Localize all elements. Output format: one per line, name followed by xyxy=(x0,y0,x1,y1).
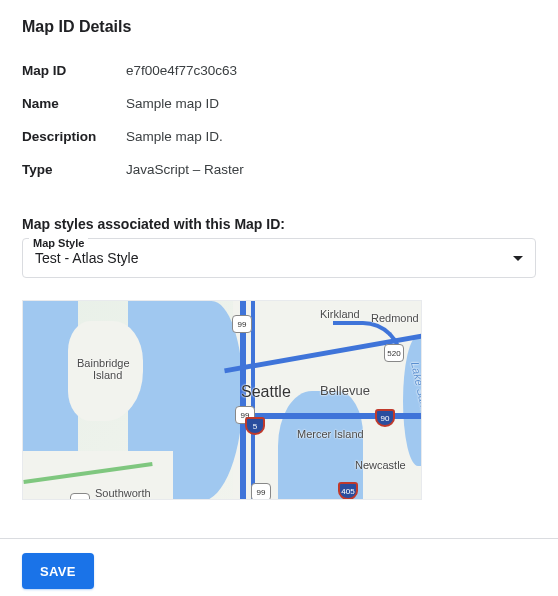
description-label: Description xyxy=(22,120,126,153)
name-value: Sample map ID xyxy=(126,87,536,120)
type-label: Type xyxy=(22,153,126,186)
route-shield-i5: 5 xyxy=(245,417,265,435)
map-label-bellevue: Bellevue xyxy=(320,383,370,398)
route-shield-99: 99 xyxy=(232,315,252,333)
description-value: Sample map ID. xyxy=(126,120,536,153)
route-shield-520: 520 xyxy=(384,344,404,362)
footer-bar: SAVE xyxy=(0,538,558,596)
map-label-newcastle: Newcastle xyxy=(355,459,406,471)
details-table: Map ID e7f00e4f77c30c63 Name Sample map … xyxy=(22,54,536,186)
chevron-down-icon xyxy=(513,256,523,261)
map-id-label: Map ID xyxy=(22,54,126,87)
route-shield-160: 160 xyxy=(70,493,90,500)
map-label-mercer-island: Mercer Island xyxy=(297,428,364,440)
detail-row-description: Description Sample map ID. xyxy=(22,120,536,153)
route-shield-99: 99 xyxy=(251,483,271,500)
styles-section-title: Map styles associated with this Map ID: xyxy=(22,216,536,232)
detail-row-mapid: Map ID e7f00e4f77c30c63 xyxy=(22,54,536,87)
map-preview: 99 99 99 5 90 405 520 160 Seattle Bellev… xyxy=(22,300,422,500)
map-style-select-wrap: Map Style Test - Atlas Style xyxy=(22,238,536,278)
map-label-redmond: Redmond xyxy=(371,312,419,324)
map-style-select-label: Map Style xyxy=(29,237,88,249)
map-id-value: e7f00e4f77c30c63 xyxy=(126,54,536,87)
detail-row-name: Name Sample map ID xyxy=(22,87,536,120)
save-button[interactable]: SAVE xyxy=(22,553,94,589)
map-style-select-value: Test - Atlas Style xyxy=(35,250,513,266)
page-title: Map ID Details xyxy=(22,18,536,36)
map-label-kirkland: Kirkland xyxy=(320,308,360,320)
map-label-island: Island xyxy=(93,369,122,381)
map-label-southworth: Southworth xyxy=(95,487,151,499)
route-shield-i90: 90 xyxy=(375,409,395,427)
map-label-bainbridge: Bainbridge xyxy=(77,357,130,369)
map-style-select[interactable]: Test - Atlas Style xyxy=(22,238,536,278)
route-shield-i405: 405 xyxy=(338,482,358,500)
name-label: Name xyxy=(22,87,126,120)
type-value: JavaScript – Raster xyxy=(126,153,536,186)
detail-row-type: Type JavaScript – Raster xyxy=(22,153,536,186)
map-label-seattle: Seattle xyxy=(241,383,291,401)
